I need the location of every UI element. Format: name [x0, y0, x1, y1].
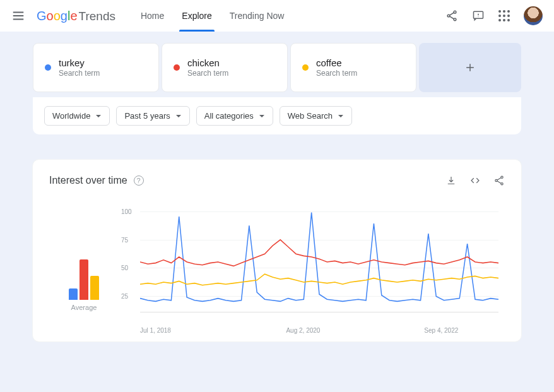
avg-bar-coffee — [90, 276, 99, 300]
chart-svg — [140, 211, 498, 312]
avg-bar-turkey — [69, 288, 78, 300]
term-subtitle: Search term — [187, 69, 228, 78]
term-subtitle: Search term — [59, 69, 100, 78]
logo[interactable]: Google Trends — [37, 9, 115, 23]
x-tick: Sep 4, 2022 — [424, 327, 458, 334]
plus-icon — [464, 61, 476, 74]
svg-point-6 — [501, 183, 503, 185]
share-icon[interactable] — [445, 9, 458, 22]
embed-icon[interactable] — [469, 175, 481, 186]
term-subtitle: Search term — [316, 69, 357, 78]
y-tick: 100 — [121, 208, 132, 215]
menu-icon[interactable] — [11, 9, 25, 23]
feedback-icon[interactable] — [472, 9, 485, 22]
filters-row: Worldwide Past 5 years All categories We… — [33, 97, 521, 134]
svg-point-5 — [495, 179, 497, 181]
average-bars — [69, 249, 99, 300]
caret-down-icon — [338, 113, 344, 119]
y-tick: 25 — [121, 292, 128, 299]
term-dot — [45, 64, 51, 71]
nav-explore[interactable]: Explore — [182, 0, 211, 32]
svg-point-0 — [454, 11, 456, 13]
caret-down-icon — [259, 113, 265, 119]
compare-row: turkeySearch term chickenSearch term cof… — [0, 32, 554, 97]
y-tick: 50 — [121, 264, 128, 271]
term-card-chicken[interactable]: chickenSearch term — [162, 43, 288, 92]
svg-point-2 — [454, 18, 456, 21]
x-tick: Aug 2, 2020 — [286, 327, 320, 334]
filter-time[interactable]: Past 5 years — [116, 106, 189, 126]
filter-category[interactable]: All categories — [196, 106, 273, 126]
panel-title: Interest over time — [49, 175, 127, 186]
y-tick: 75 — [121, 236, 128, 243]
term-dot — [302, 64, 309, 71]
help-icon[interactable]: ? — [134, 175, 144, 186]
svg-point-1 — [447, 15, 450, 17]
download-icon[interactable] — [445, 175, 457, 186]
term-label: turkey — [59, 57, 100, 68]
avg-bar-chicken — [80, 259, 88, 300]
term-dot — [174, 64, 180, 71]
filter-geo[interactable]: Worldwide — [44, 106, 110, 126]
term-label: coffee — [316, 57, 357, 68]
svg-point-4 — [501, 176, 503, 178]
filter-search-type[interactable]: Web Search — [280, 106, 352, 126]
nav-trending[interactable]: Trending Now — [230, 0, 285, 32]
main-nav: Home Explore Trending Now — [141, 0, 284, 32]
avatar[interactable] — [524, 6, 543, 25]
caret-down-icon — [175, 113, 182, 119]
term-card-coffee[interactable]: coffeeSearch term — [290, 43, 416, 92]
term-label: chicken — [187, 57, 228, 68]
chart-area: Average 100 75 50 25 Jul 1, 2018 Aug 2, … — [49, 211, 505, 324]
line-chart[interactable]: 100 75 50 25 Jul 1, 2018 Aug 2, 2020 Sep… — [121, 211, 505, 324]
apps-icon[interactable] — [498, 10, 510, 21]
interest-over-time-panel: Interest over time ? Average 100 75 — [33, 160, 521, 342]
average-label: Average — [71, 304, 97, 311]
caret-down-icon — [95, 113, 102, 119]
add-comparison-button[interactable] — [419, 43, 521, 92]
nav-home[interactable]: Home — [141, 0, 164, 32]
app-header: Google Trends Home Explore Trending Now — [0, 0, 554, 32]
term-card-turkey[interactable]: turkeySearch term — [33, 43, 159, 92]
share-icon[interactable] — [493, 175, 505, 186]
x-tick: Jul 1, 2018 — [140, 327, 171, 334]
